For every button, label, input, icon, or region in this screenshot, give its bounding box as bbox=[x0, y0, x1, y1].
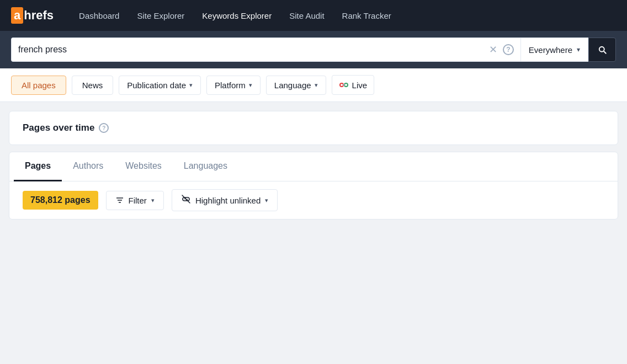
tab-languages[interactable]: Languages bbox=[173, 152, 238, 181]
nav-keywords-explorer[interactable]: Keywords Explorer bbox=[194, 7, 279, 25]
filter-all-pages[interactable]: All pages bbox=[11, 76, 66, 95]
svg-line-6 bbox=[182, 195, 190, 203]
filter-button[interactable]: Filter ▾ bbox=[106, 191, 164, 210]
live-label: Live bbox=[352, 81, 368, 90]
logo[interactable]: a hrefs bbox=[11, 7, 54, 24]
language-label: Language bbox=[274, 81, 311, 90]
search-icon bbox=[597, 45, 607, 55]
clear-icon[interactable]: ✕ bbox=[489, 44, 497, 56]
pages-over-time-label: Pages over time bbox=[23, 122, 94, 133]
search-input-wrapper: ✕ ? bbox=[11, 38, 520, 62]
main-content: Pages over time ? Pages Authors Websites… bbox=[0, 111, 627, 220]
location-dropdown-arrow: ▾ bbox=[577, 46, 580, 53]
live-filter[interactable]: Live bbox=[332, 75, 375, 95]
nav-rank-tracker[interactable]: Rank Tracker bbox=[334, 7, 399, 25]
tab-pages[interactable]: Pages bbox=[14, 152, 62, 181]
highlight-unlinked-button[interactable]: Highlight unlinked ▾ bbox=[172, 189, 278, 211]
tabs-row: Pages Authors Websites Languages bbox=[9, 152, 618, 181]
pages-over-time-card: Pages over time ? bbox=[9, 111, 618, 145]
tabs-card: Pages Authors Websites Languages 758,812… bbox=[9, 152, 618, 220]
pages-count-badge: 758,812 pages bbox=[23, 191, 98, 210]
help-icon[interactable]: ? bbox=[503, 44, 514, 55]
link-icon bbox=[339, 80, 349, 90]
filter-arrow: ▾ bbox=[151, 197, 155, 204]
tab-authors[interactable]: Authors bbox=[62, 152, 114, 181]
nav-links: Dashboard Site Explorer Keywords Explore… bbox=[71, 7, 399, 25]
publication-date-dropdown[interactable]: Publication date ▾ bbox=[119, 76, 201, 95]
search-button[interactable] bbox=[588, 38, 616, 62]
logo-hrefs: hrefs bbox=[24, 8, 54, 23]
publication-date-arrow: ▾ bbox=[189, 82, 193, 89]
search-icons: ✕ ? bbox=[489, 44, 514, 56]
bottom-bar: 758,812 pages Filter ▾ Hi bbox=[9, 181, 618, 219]
location-dropdown[interactable]: Everywhere ▾ bbox=[520, 38, 588, 62]
live-icon bbox=[339, 80, 349, 90]
highlight-arrow: ▾ bbox=[265, 197, 268, 204]
search-input[interactable] bbox=[18, 45, 489, 55]
logo-a: a bbox=[11, 7, 23, 24]
filter-news[interactable]: News bbox=[72, 76, 114, 95]
language-arrow: ▾ bbox=[315, 82, 318, 89]
platform-label: Platform bbox=[215, 81, 246, 90]
pages-over-time-help[interactable]: ? bbox=[99, 123, 109, 133]
highlight-unlinked-label: Highlight unlinked bbox=[195, 196, 261, 205]
publication-date-label: Publication date bbox=[127, 81, 186, 90]
nav-site-audit[interactable]: Site Audit bbox=[281, 7, 332, 25]
platform-arrow: ▾ bbox=[249, 82, 252, 89]
search-bar: ✕ ? Everywhere ▾ bbox=[0, 31, 627, 68]
filter-label: Filter bbox=[129, 196, 147, 205]
highlight-unlinked-icon bbox=[181, 194, 191, 204]
location-label: Everywhere bbox=[529, 45, 572, 55]
filters-bar: All pages News Publication date ▾ Platfo… bbox=[0, 68, 627, 102]
platform-dropdown[interactable]: Platform ▾ bbox=[206, 76, 261, 95]
nav-site-explorer[interactable]: Site Explorer bbox=[129, 7, 192, 25]
pages-over-time-title: Pages over time ? bbox=[23, 122, 604, 133]
language-dropdown[interactable]: Language ▾ bbox=[266, 76, 326, 95]
top-navigation: a hrefs Dashboard Site Explorer Keywords… bbox=[0, 0, 627, 31]
tab-websites[interactable]: Websites bbox=[114, 152, 173, 181]
unlink-icon bbox=[181, 194, 191, 206]
nav-dashboard[interactable]: Dashboard bbox=[71, 7, 127, 25]
filter-icon bbox=[115, 196, 124, 205]
